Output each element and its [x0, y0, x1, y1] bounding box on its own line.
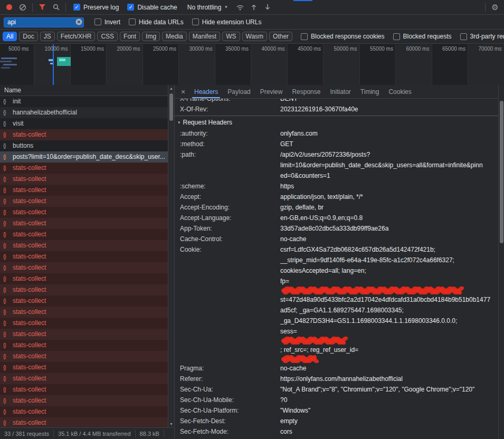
- tab-headers[interactable]: Headers: [189, 85, 223, 98]
- request-row[interactable]: {}stats-collect: [0, 295, 168, 307]
- request-headers-section-header[interactable]: ▾Request Headers: [175, 116, 498, 128]
- timeline-overview[interactable]: 5000 ms10000 ms15000 ms20000 ms25000 ms3…: [0, 44, 504, 85]
- request-name: stats-collect: [13, 286, 46, 293]
- blocked-requests-checkbox[interactable]: Blocked requests: [393, 33, 452, 40]
- header-value-text: "Windows": [280, 407, 310, 414]
- request-row[interactable]: {}stats-collect: [0, 273, 168, 284]
- request-row[interactable]: {}stats-collect: [0, 284, 168, 295]
- request-row[interactable]: {}stats-collect: [0, 218, 168, 229]
- disable-cache-checkbox[interactable]: ✓Disable cache: [127, 4, 177, 11]
- filter-pill-fetch-xhr[interactable]: Fetch/XHR: [57, 32, 96, 41]
- request-row[interactable]: {}stats-collect: [0, 307, 168, 318]
- request-row[interactable]: {}posts?limit=10&order=publish_date_desc…: [0, 151, 168, 163]
- header-value: no-cache: [280, 234, 498, 244]
- request-row[interactable]: {}stats-collect: [0, 384, 168, 395]
- header-name: Pragma:: [175, 363, 280, 374]
- tab-response[interactable]: Response: [287, 85, 325, 98]
- request-row[interactable]: {}stats-collect: [0, 329, 168, 340]
- filter-pill-css[interactable]: CSS: [97, 32, 118, 41]
- filter-pill-other[interactable]: Other: [269, 32, 292, 41]
- scrollbar-thumb[interactable]: [169, 93, 173, 121]
- request-row[interactable]: {}visit: [0, 118, 168, 129]
- request-row[interactable]: {}stats-collect: [0, 373, 168, 384]
- request-row[interactable]: {}stats-collect: [0, 207, 168, 218]
- blocked-response-cookies-checkbox[interactable]: Blocked response cookies: [301, 33, 384, 40]
- checkbox-label: 3rd-party requests: [470, 33, 504, 40]
- tab-cookies[interactable]: Cookies: [384, 85, 416, 98]
- request-row[interactable]: {}stats-collect: [0, 318, 168, 329]
- braces-icon: {}: [3, 307, 6, 318]
- filter-pill-img[interactable]: Img: [142, 32, 160, 41]
- request-row[interactable]: {}buttons: [0, 140, 168, 151]
- header-row: Pragma:no-cache: [175, 363, 498, 374]
- request-row[interactable]: {}stats-collect: [0, 251, 168, 262]
- detail-scrollbar[interactable]: [498, 85, 504, 439]
- invert-checkbox[interactable]: Invert: [94, 18, 120, 26]
- request-row[interactable]: {}stats-collect: [0, 406, 168, 417]
- request-row[interactable]: {}stats-collect: [0, 340, 168, 351]
- request-row[interactable]: {}stats-collect: [0, 362, 168, 373]
- header-name: Sec-Fetch-Site:: [175, 437, 280, 439]
- filter-pill-js[interactable]: JS: [40, 32, 55, 41]
- preserve-log-checkbox[interactable]: ✓Preserve log: [73, 4, 119, 11]
- export-har-button[interactable]: [261, 1, 274, 14]
- checkbox-label: Invert: [104, 18, 120, 26]
- braces-icon: {}: [3, 351, 6, 362]
- type-filter-bar: AllDocJSFetch/XHRCSSFontImgMediaManifest…: [0, 30, 504, 44]
- filter-pill-ws[interactable]: WS: [222, 32, 240, 41]
- throttling-select[interactable]: No throttling ▼: [187, 4, 229, 11]
- filter-pill-manifest[interactable]: Manifest: [189, 32, 220, 41]
- filter-pill-font[interactable]: Font: [120, 32, 140, 41]
- timeline-tick-label: 60000 ms: [406, 46, 430, 52]
- tab-payload[interactable]: Payload: [223, 85, 255, 98]
- tab-preview[interactable]: Preview: [255, 85, 288, 98]
- header-value-text: st=472d48a90d5433bfc2a2d17042e4dfdcafd31…: [280, 296, 490, 303]
- header-value: GET: [280, 139, 498, 149]
- request-row[interactable]: {}init: [0, 96, 168, 107]
- request-row[interactable]: {}hannahelizabethofficial: [0, 107, 168, 118]
- clear-button[interactable]: [16, 1, 29, 14]
- filter-button[interactable]: [36, 1, 49, 14]
- filter-pill-media[interactable]: Media: [162, 32, 187, 41]
- settings-button[interactable]: ⚙: [489, 1, 501, 14]
- tab-initiator[interactable]: Initiator: [325, 85, 355, 98]
- filter-pill-all[interactable]: All: [3, 32, 17, 41]
- request-row[interactable]: {}stats-collect: [0, 229, 168, 240]
- search-button[interactable]: [50, 1, 62, 14]
- header-value-text: sess=: [280, 328, 297, 335]
- request-row[interactable]: {}stats-collect: [0, 262, 168, 273]
- timeline-tick-label: 55000 ms: [370, 46, 393, 52]
- braces-icon: {}: [3, 395, 6, 406]
- request-row[interactable]: {}stats-collect: [0, 240, 168, 251]
- hide-data-urls-checkbox[interactable]: Hide data URLs: [129, 18, 184, 26]
- braces-icon: {}: [3, 373, 6, 384]
- 3rd-party-requests-checkbox[interactable]: 3rd-party requests: [460, 33, 504, 40]
- request-row[interactable]: {}stats-collect: [0, 417, 168, 427]
- request-row[interactable]: {}stats-collect: [0, 129, 168, 140]
- filter-pill-doc[interactable]: Doc: [19, 32, 37, 41]
- header-row: App-Token:33d57ade8c02dbc5a333db99ff9ae2…: [175, 223, 498, 234]
- tab-timing[interactable]: Timing: [356, 85, 384, 98]
- network-conditions-button[interactable]: [234, 1, 246, 14]
- name-column-header[interactable]: Name: [0, 85, 174, 96]
- status-segment: 35.1 kB / 4.4 MB transferred: [54, 430, 136, 437]
- import-har-button[interactable]: [248, 1, 260, 14]
- header-value-text: cors: [280, 428, 292, 435]
- filter-pill-wasm[interactable]: Wasm: [242, 32, 268, 41]
- scrollbar-thumb[interactable]: [500, 101, 503, 243]
- hide-extension-urls-checkbox[interactable]: Hide extension URLs: [192, 18, 262, 26]
- request-list-scrollbar[interactable]: ▲ ▼: [168, 85, 174, 427]
- header-value-text: https://onlyfans.com/hannahelizabethoffi…: [280, 375, 403, 383]
- request-row[interactable]: {}stats-collect: [0, 395, 168, 406]
- request-row[interactable]: {}stats-collect: [0, 185, 168, 196]
- clear-filter-icon[interactable]: [75, 18, 82, 25]
- request-row[interactable]: {}stats-collect: [0, 163, 168, 174]
- request-row[interactable]: {}stats-collect: [0, 196, 168, 207]
- header-row: X-Of-Rev:202312261916-30670fa40e: [175, 104, 498, 114]
- request-row[interactable]: {}stats-collect: [0, 351, 168, 362]
- request-row[interactable]: {}stats-collect: [0, 174, 168, 185]
- close-button[interactable]: ×: [177, 88, 189, 96]
- filter-input[interactable]: [4, 17, 84, 27]
- header-value: en-GB,en-US;q=0.9,en;q=0.8: [280, 213, 498, 223]
- record-button[interactable]: [3, 1, 15, 14]
